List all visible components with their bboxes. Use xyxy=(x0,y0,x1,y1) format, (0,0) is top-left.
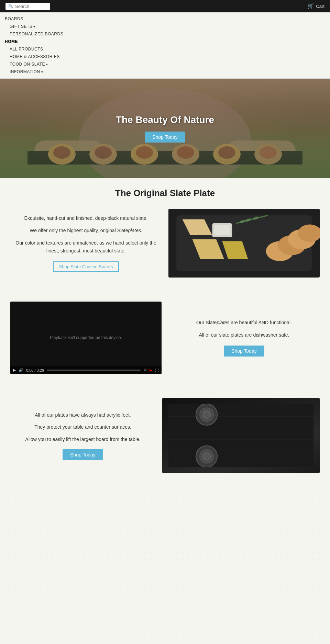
nav-information[interactable]: INFORMATION ▾ xyxy=(5,68,325,76)
slate-description: Exquisite, hand-cut and finished, deep-b… xyxy=(10,214,162,272)
svg-point-12 xyxy=(53,146,70,159)
video-para1: Our Slateplates are beautiful AND functi… xyxy=(168,319,320,327)
cart-button[interactable]: 🛒 Cart xyxy=(307,3,324,9)
nav-food-on-slate[interactable]: FOOD ON SLATE ▾ xyxy=(5,60,325,68)
search-box[interactable]: 🔍 xyxy=(6,3,50,10)
cheese-board-image xyxy=(168,209,320,278)
video-shop-today-button[interactable]: Shop Today xyxy=(224,346,264,357)
acrylic-shop-today-button[interactable]: Shop Today xyxy=(63,449,103,460)
original-slate-section: The Original Slate Plate Exquisite, hand… xyxy=(0,178,330,288)
play-icon[interactable]: ▶ xyxy=(13,368,16,372)
nav-personalized-boards[interactable]: PERSONALIZED BOARDS xyxy=(5,30,325,38)
svg-point-13 xyxy=(95,146,112,159)
video-player[interactable]: Playback isn't supported on this device.… xyxy=(10,302,162,374)
search-icon: 🔍 xyxy=(8,4,13,9)
chevron-down-icon: ▾ xyxy=(33,25,35,29)
slate-section-title: The Original Slate Plate xyxy=(0,178,330,202)
divider-1 xyxy=(0,288,330,295)
chevron-down-icon-2: ▾ xyxy=(46,63,48,66)
nav-home-accessories[interactable]: HOME & ACCESSORIES xyxy=(5,53,325,60)
youtube-icon: ▶ xyxy=(150,368,152,372)
acrylic-image xyxy=(162,398,320,473)
hero-title: The Beauty Of Nature xyxy=(116,114,214,125)
hero-section: The Beauty Of Nature Shop Today xyxy=(0,79,330,178)
shop-slate-cheese-boards-button[interactable]: Shop Slate Cheese Boards xyxy=(53,261,119,272)
video-section: Playback isn't supported on this device.… xyxy=(0,295,330,384)
acrylic-para2: They protect your table and counter surf… xyxy=(10,423,155,431)
search-input[interactable] xyxy=(15,4,47,9)
video-text: Our Slateplates are beautiful AND functi… xyxy=(168,319,320,357)
acrylic-para3: Allow you to easily lift the largest boa… xyxy=(10,435,155,444)
site-header: 🔍 🛒 Cart xyxy=(0,0,330,12)
chevron-down-icon-3: ▾ xyxy=(41,70,43,74)
acrylic-para1: All of our plates have always had acryli… xyxy=(10,411,155,419)
acrylic-text: All of our plates have always had acryli… xyxy=(10,411,155,460)
slate-para2: We offer only the highest quality, origi… xyxy=(10,227,162,235)
slate-para3: Our color and textures are unmatched, as… xyxy=(10,239,162,256)
svg-rect-34 xyxy=(168,404,314,467)
volume-icon[interactable]: 🔊 xyxy=(19,368,23,372)
video-progress-bar[interactable] xyxy=(47,370,141,371)
cart-icon: 🛒 xyxy=(307,3,314,9)
svg-point-46 xyxy=(203,453,210,460)
divider-2 xyxy=(0,384,330,391)
nav-boards[interactable]: BOARDS xyxy=(5,15,325,23)
fullscreen-icon[interactable]: ⛶ xyxy=(155,368,159,372)
video-time: 0:00 / 0:26 xyxy=(26,368,44,372)
hero-content: The Beauty Of Nature Shop Today xyxy=(116,114,214,143)
nav-gift-sets[interactable]: GIFT SETS ▾ xyxy=(5,23,325,30)
slate-para1: Exquisite, hand-cut and finished, deep-b… xyxy=(10,214,162,223)
svg-point-15 xyxy=(177,146,194,159)
nav-all-products[interactable]: ALL PRODUCTS xyxy=(5,45,325,53)
video-unsupported-message: Playback isn't supported on this device. xyxy=(50,335,122,340)
nav-home[interactable]: HOME xyxy=(5,38,325,45)
cart-label: Cart xyxy=(316,4,324,9)
video-controls: ▶ 🔊 0:00 / 0:26 ⚙ ▶ ⛶ xyxy=(10,366,162,374)
settings-icon[interactable]: ⚙ xyxy=(143,368,147,372)
acrylic-section: All of our plates have always had acryli… xyxy=(0,391,330,484)
video-para2: All of our slate plates are dishwasher s… xyxy=(168,331,320,339)
site-nav: BOARDS GIFT SETS ▾ PERSONALIZED BOARDS H… xyxy=(0,12,330,79)
hero-shop-today-button[interactable]: Shop Today xyxy=(145,132,185,143)
slate-two-col: Exquisite, hand-cut and finished, deep-b… xyxy=(0,202,330,288)
svg-rect-32 xyxy=(214,225,230,235)
svg-point-43 xyxy=(203,411,210,418)
svg-point-14 xyxy=(136,146,153,159)
svg-point-16 xyxy=(218,146,235,159)
svg-point-17 xyxy=(260,146,277,159)
